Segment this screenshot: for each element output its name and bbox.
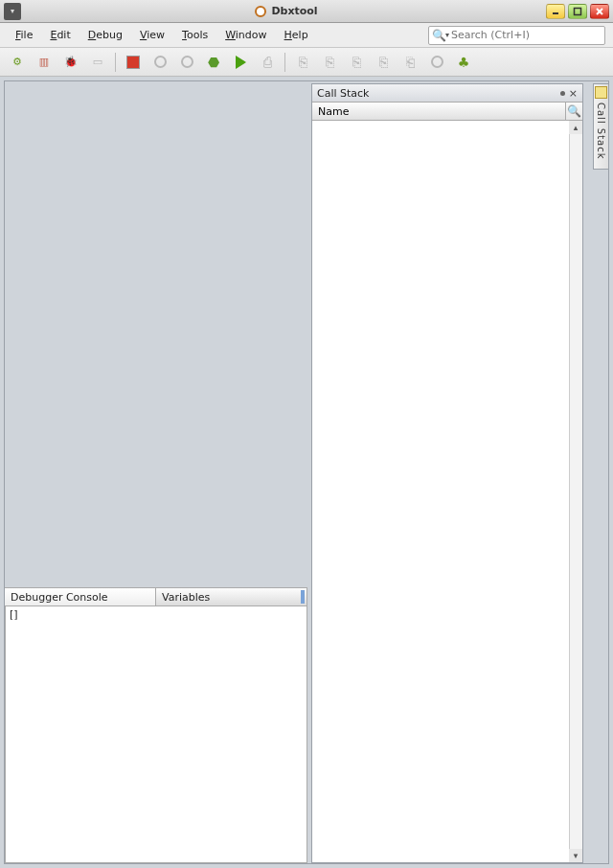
slot-icon [431,56,443,68]
stepover-icon: ⎙ [263,54,272,71]
column-name[interactable]: Name [312,105,565,118]
toolbar-watch[interactable]: ▭ [86,51,109,74]
toolbar-new-project[interactable]: ⚙ [6,51,29,74]
panel-close-icon[interactable]: × [569,87,578,100]
bug-icon: 🐞 [64,56,78,68]
toolbar-separator [115,53,116,72]
toolbar-pause[interactable] [148,51,171,74]
watch-icon: ▭ [93,56,102,68]
menu-help[interactable]: Help [277,26,316,44]
scroll-up-icon[interactable]: ▴ [569,121,582,134]
panel-title: Call Stack [317,87,369,100]
panel-header[interactable]: Call Stack × [312,84,582,103]
menu-file[interactable]: File [8,26,40,44]
panel-menu-icon[interactable] [560,91,565,96]
dock-tab-icon[interactable] [595,86,607,99]
toolbar-profile[interactable]: ♣ [452,51,475,74]
column-config-button[interactable]: 🔍 [565,103,582,120]
svg-rect-1 [575,8,581,14]
workspace: Debugger Console Variables [] Call Stack… [0,77,613,868]
scrollbar[interactable]: ▴ ▾ [569,121,582,862]
magnifier-icon: 🔍 [567,104,581,118]
tab-debugger-console[interactable]: Debugger Console [5,588,156,605]
debugger-console[interactable]: [] [5,606,307,863]
return-icon: ⎗ [406,54,415,71]
menubar: File Edit Debug View Tools Window Help 🔍… [0,23,613,48]
toolbar-pin[interactable]: ⬣ [202,51,225,74]
runto-icon: ⎘ [379,54,388,71]
scroll-down-icon[interactable]: ▾ [569,849,582,862]
menu-view[interactable]: View [132,26,172,44]
tab-label: Debugger Console [11,591,108,604]
bottom-tabs: Debugger Console Variables [5,587,307,606]
tab-active-marker [301,590,305,604]
call-stack-panel: Call Stack × Name 🔍 ▴ ▾ [311,83,583,863]
minimize-button[interactable] [546,4,565,19]
search-icon: 🔍 [432,29,445,42]
toolbar: ⚙ ▥ 🐞 ▭ ⬣ ⎙ ⎘ ⎘ ⎘ ⎘ ⎗ ♣ [0,48,613,77]
search-box[interactable]: 🔍 ▾ [428,26,605,45]
stop-icon [126,56,140,69]
console-prompt: [] [10,608,18,621]
toolbar-attach[interactable]: ▥ [33,51,56,74]
dock-tab-label: Call Stack [596,103,606,160]
attach-icon: ▥ [39,56,49,68]
toolbar-stepover2[interactable]: ⎘ [291,51,314,74]
pin-icon: ⬣ [208,55,219,70]
stepout-icon: ⎘ [352,54,361,71]
column-header-row: Name 🔍 [312,103,582,121]
close-button[interactable] [590,4,609,19]
toolbar-stepover1[interactable]: ⎙ [256,51,279,74]
stepinto-icon: ⎘ [326,54,334,71]
search-input[interactable] [451,29,602,41]
window-title: Dbxtool [271,5,317,17]
tab-variables[interactable]: Variables [156,588,307,605]
app-icon [255,6,266,17]
profile-icon: ♣ [458,55,470,70]
editor-empty [5,81,307,587]
play-icon [236,56,246,69]
toolbar-separator-2 [284,53,285,72]
call-stack-body[interactable]: ▴ ▾ [312,121,582,862]
pause-icon [154,56,167,68]
step-icon [181,56,193,68]
menu-tools[interactable]: Tools [174,26,216,44]
search-dropdown-icon[interactable]: ▾ [445,31,449,39]
menu-edit[interactable]: Edit [42,26,78,44]
toolbar-continue[interactable] [229,51,252,74]
toolbar-stop[interactable] [122,51,145,74]
stepover2-icon: ⎘ [299,54,307,71]
side-dock[interactable]: Call Stack [593,83,609,170]
toolbar-slot[interactable] [425,51,448,74]
toolbar-debug[interactable]: 🐞 [59,51,82,74]
gear-icon: ⚙ [12,56,22,68]
toolbar-stepinto[interactable]: ⎘ [318,51,341,74]
titlebar: ▾ Dbxtool [0,0,613,23]
system-menu-icon[interactable]: ▾ [4,3,21,20]
toolbar-step[interactable] [175,51,198,74]
toolbar-runto[interactable]: ⎘ [372,51,395,74]
menu-debug[interactable]: Debug [80,26,130,44]
maximize-button[interactable] [568,4,587,19]
toolbar-return[interactable]: ⎗ [398,51,421,74]
menu-window[interactable]: Window [217,26,274,44]
tab-label: Variables [162,591,210,604]
toolbar-stepout[interactable]: ⎘ [345,51,368,74]
